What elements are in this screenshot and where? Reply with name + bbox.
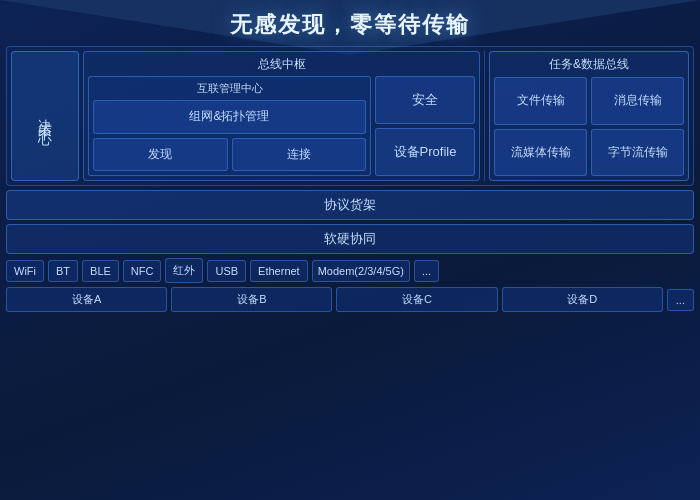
profile-cell: 设备Profile	[375, 128, 475, 176]
stream-transfer-cell: 流媒体传输	[494, 129, 587, 177]
topo-management-cell: 组网&拓扑管理	[93, 100, 366, 134]
conn-nfc: NFC	[123, 260, 162, 282]
content-area: 决策中心 总线中枢 互联管理中心 组网&拓扑管理 发现 连接	[6, 46, 694, 500]
page-title: 无感发现，零等待传输	[230, 0, 470, 40]
conn-usb: USB	[207, 260, 246, 282]
conn-modem: Modem(2/3/4/5G)	[312, 260, 410, 282]
task-bus-title: 任务&数据总线	[494, 56, 684, 73]
interconnect-box: 互联管理中心 组网&拓扑管理 发现 连接	[88, 76, 371, 176]
interconnect-title: 互联管理中心	[93, 81, 366, 96]
connect-cell: 连接	[232, 138, 367, 172]
device-a[interactable]: 设备A	[6, 287, 167, 312]
device-d[interactable]: 设备D	[502, 287, 663, 312]
bus-center-title: 总线中枢	[88, 56, 475, 73]
discover-cell: 发现	[93, 138, 228, 172]
panels-inner-row: 决策中心 总线中枢 互联管理中心 组网&拓扑管理 发现 连接	[11, 51, 689, 181]
bus-inner: 互联管理中心 组网&拓扑管理 发现 连接 安全 设备Profile	[88, 76, 475, 176]
device-row: 设备A 设备B 设备C 设备D ...	[6, 287, 694, 312]
conn-wifi: WiFi	[6, 260, 44, 282]
device-more[interactable]: ...	[667, 289, 694, 311]
file-transfer-cell: 文件传输	[494, 77, 587, 125]
conn-ethernet: Ethernet	[250, 260, 308, 282]
bus-center-panel: 总线中枢 互联管理中心 组网&拓扑管理 发现 连接	[83, 51, 480, 181]
device-c[interactable]: 设备C	[336, 287, 497, 312]
right-col: 安全 设备Profile	[375, 76, 475, 176]
task-bus-panel: 任务&数据总线 文件传输 消息传输 流媒体传输 字节流传输	[489, 51, 689, 181]
outer-panel: 决策中心 总线中枢 互联管理中心 组网&拓扑管理 发现 连接	[6, 46, 694, 186]
main-container: 无感发现，零等待传输 决策中心 总线中枢 互联管理中心 组网&拓扑管	[0, 0, 700, 500]
connectivity-row: WiFi BT BLE NFC 红外 USB Ethernet Modem(2/…	[6, 258, 694, 283]
divider	[484, 51, 485, 181]
conn-bt: BT	[48, 260, 78, 282]
task-grid: 文件传输 消息传输 流媒体传输 字节流传输	[494, 77, 684, 176]
interconnect-grid: 组网&拓扑管理 发现 连接	[93, 100, 366, 171]
protocol-shelf: 协议货架	[6, 190, 694, 220]
device-b[interactable]: 设备B	[171, 287, 332, 312]
byte-transfer-cell: 字节流传输	[591, 129, 684, 177]
conn-infrared: 红外	[165, 258, 203, 283]
msg-transfer-cell: 消息传输	[591, 77, 684, 125]
security-cell: 安全	[375, 76, 475, 124]
decision-center: 决策中心	[11, 51, 79, 181]
soft-hard-bar: 软硬协同	[6, 224, 694, 254]
conn-more: ...	[414, 260, 439, 282]
conn-ble: BLE	[82, 260, 119, 282]
